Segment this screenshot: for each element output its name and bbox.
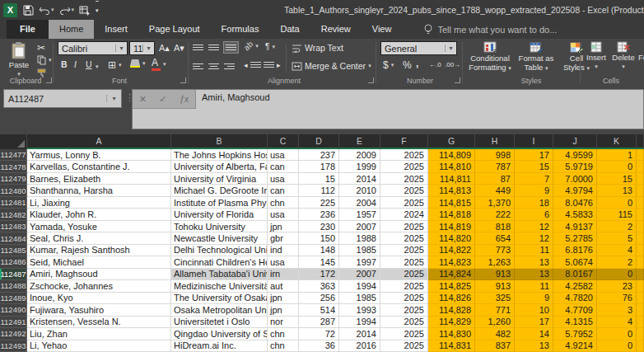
align-left-button[interactable]: [193, 62, 203, 71]
cell-G112491[interactable]: 114,829: [428, 317, 475, 328]
tell-me-box[interactable]: Tell me what you want to do...: [423, 20, 557, 39]
number-format-combo[interactable]: General▾: [380, 41, 457, 55]
cell-I112481[interactable]: 18: [515, 197, 553, 209]
cell-E112481[interactable]: 2004: [339, 197, 380, 209]
cell-E112480[interactable]: 2010: [339, 185, 380, 196]
cell-K112492[interactable]: 0: [597, 328, 637, 340]
cell-D112484[interactable]: 150: [299, 232, 339, 244]
row-header-112482[interactable]: 112482: [0, 209, 27, 220]
cell-F112492[interactable]: 2025: [380, 328, 428, 340]
merge-center-button[interactable]: Merge & Center ▾: [292, 61, 371, 71]
cell-B112491[interactable]: Universitetet i Oslo: [171, 317, 268, 328]
cell-A112478[interactable]: Karvellas, Constantine J.: [27, 161, 171, 172]
tab-page-layout[interactable]: Page Layout: [138, 20, 211, 39]
cell-A112477[interactable]: Yarmus, Lonny B.: [27, 149, 171, 161]
cell-K112482[interactable]: 115: [597, 209, 637, 220]
select-all-button[interactable]: [0, 134, 27, 149]
cell-G112485[interactable]: 114,822: [428, 245, 475, 256]
cell-B112490[interactable]: Osaka Metropolitan Uni: [171, 304, 268, 316]
row-header-112487[interactable]: 112487: [0, 269, 27, 280]
tab-view[interactable]: View: [362, 20, 403, 39]
cell-partial-112488[interactable]: [637, 280, 644, 292]
cell-A112484[interactable]: Seal, Chris J.: [27, 232, 171, 244]
cell-A112481[interactable]: Li, Jiaxing: [27, 197, 171, 209]
cell-E112493[interactable]: 2016: [339, 340, 380, 352]
cell-A112490[interactable]: Fujiwara, Yasuhiro: [27, 304, 171, 316]
cell-J112487[interactable]: 8.0167: [553, 269, 597, 280]
cell-G112488[interactable]: 114,825: [428, 280, 475, 292]
cell-H112486[interactable]: 1,263: [475, 256, 515, 268]
cell-F112477[interactable]: 2025: [380, 149, 428, 161]
touch-mouse-mode-button[interactable]: [79, 2, 91, 18]
cell-G112484[interactable]: 114,820: [428, 232, 475, 244]
align-center-button[interactable]: [208, 62, 219, 71]
cell-J112483[interactable]: 4.9137: [553, 221, 597, 232]
font-name-combo[interactable]: Calibri▾: [58, 41, 128, 55]
cell-H112485[interactable]: 773: [475, 245, 515, 256]
cell-G112479[interactable]: 114,811: [428, 173, 475, 185]
cancel-button[interactable]: ✕: [139, 94, 147, 105]
shrink-font-button[interactable]: A▾: [174, 43, 184, 54]
cell-B112487[interactable]: Allameh Tabataba'i Univ: [171, 269, 268, 280]
excel-logo-icon[interactable]: X: [3, 2, 17, 18]
cell-C112477[interactable]: usa: [268, 149, 299, 161]
cell-D112490[interactable]: 514: [299, 304, 339, 316]
cell-partial-112478[interactable]: [637, 161, 644, 172]
row-header-112480[interactable]: 112480: [0, 185, 27, 196]
paste-button[interactable]: Paste ▾: [5, 41, 33, 78]
cell-J112488[interactable]: 4.2582: [553, 280, 597, 292]
cell-K112481[interactable]: 0: [597, 197, 637, 209]
cell-E112486[interactable]: 1997: [339, 256, 380, 268]
format-cells-button[interactable]: Format ▾: [637, 41, 644, 71]
middle-align-button[interactable]: [208, 43, 219, 52]
cell-J112486[interactable]: 5.0674: [553, 256, 597, 268]
cell-C112490[interactable]: jpn: [268, 304, 299, 316]
comma-style-button[interactable]: ,: [416, 58, 418, 69]
borders-button[interactable]: ⊞▾: [108, 59, 122, 71]
cell-J112478[interactable]: 5.9719: [553, 161, 597, 172]
cell-partial-112485[interactable]: [637, 245, 644, 256]
cell-C112482[interactable]: usa: [268, 209, 299, 220]
cell-F112483[interactable]: 2025: [380, 221, 428, 232]
cell-H112479[interactable]: 87: [475, 173, 515, 185]
align-right-button[interactable]: [224, 62, 235, 71]
cell-F112486[interactable]: 2025: [380, 256, 428, 268]
row-header-112493[interactable]: 112493: [0, 340, 27, 352]
cell-C112489[interactable]: jpn: [268, 293, 299, 304]
cell-H112480[interactable]: 449: [475, 185, 515, 196]
row-header-112483[interactable]: 112483: [0, 221, 27, 232]
font-size-combo[interactable]: 11▾: [129, 41, 155, 55]
cell-H112482[interactable]: 222: [475, 209, 515, 220]
cell-A112482[interactable]: Klauder, John R.: [27, 209, 171, 220]
cell-D112480[interactable]: 112: [299, 185, 339, 196]
cell-C112480[interactable]: can: [268, 185, 299, 196]
cell-G112482[interactable]: 114,818: [428, 209, 475, 220]
customize-qat-button[interactable]: ▾: [96, 1, 99, 19]
cell-A112486[interactable]: Seid, Michael: [27, 256, 171, 268]
cell-C112484[interactable]: gbr: [268, 232, 299, 244]
cell-E112492[interactable]: 2014: [339, 328, 380, 340]
cell-B112484[interactable]: Newcastle University: [171, 232, 268, 244]
cell-K112493[interactable]: 0: [597, 340, 637, 352]
cell-G112492[interactable]: 114,830: [428, 328, 475, 340]
cell-C112493[interactable]: chn: [268, 340, 299, 352]
cell-H112483[interactable]: 818: [475, 221, 515, 232]
row-header-112478[interactable]: 112478: [0, 161, 27, 172]
cell-K112487[interactable]: 0: [597, 269, 637, 280]
row-header-112490[interactable]: 112490: [0, 304, 27, 316]
cell-B112485[interactable]: Delhi Technological Univ: [171, 245, 268, 256]
cell-J112493[interactable]: 4.9214: [553, 340, 597, 352]
row-header-112485[interactable]: 112485: [0, 245, 27, 256]
cell-partial-112492[interactable]: [637, 328, 644, 340]
cell-B112481[interactable]: Institute of Plasma Physi: [171, 197, 268, 209]
cell-E112487[interactable]: 2007: [339, 269, 380, 280]
cell-C112492[interactable]: chn: [268, 328, 299, 340]
cell-C112479[interactable]: usa: [268, 173, 299, 185]
wrap-text-button[interactable]: Wrap Text: [292, 43, 343, 53]
cell-D112493[interactable]: 36: [299, 340, 339, 352]
decrease-decimal-button[interactable]: .00→: [445, 61, 460, 68]
font-color-button[interactable]: A ▾: [152, 58, 166, 71]
underline-dropdown[interactable]: ▾: [96, 63, 99, 70]
cell-I112479[interactable]: 7: [515, 173, 553, 185]
insert-function-button[interactable]: ƒx: [180, 94, 189, 104]
